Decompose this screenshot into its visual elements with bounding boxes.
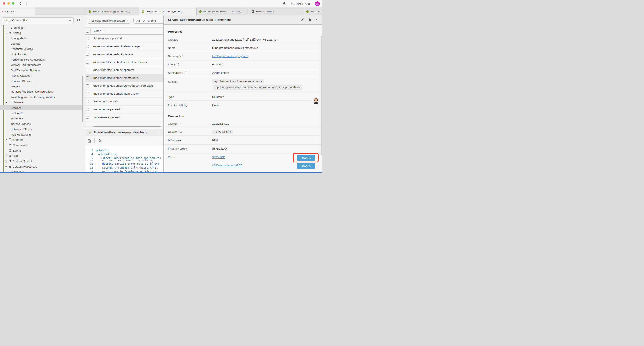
row-checkbox[interactable] xyxy=(86,61,89,63)
type-row: Type ClusterIP xyxy=(164,93,322,101)
sidebar-item-validating-webhook-configurations[interactable]: Validating Webhook Configurations xyxy=(0,94,82,100)
toolbar-divider xyxy=(94,138,95,143)
search-query[interactable]: prome xyxy=(148,19,156,22)
chevron-right-icon[interactable] xyxy=(4,138,8,141)
sidebar-item-network[interactable]: ↑↓Network xyxy=(0,100,82,105)
details-scrollbar[interactable] xyxy=(321,36,322,155)
chevron-down-icon[interactable] xyxy=(4,101,8,104)
chevron-right-icon[interactable] xyxy=(4,160,8,162)
forward-button[interactable]: Forward... xyxy=(297,163,315,169)
horizontal-scrollbar-thumb[interactable] xyxy=(93,126,161,127)
tab-pods[interactable]: Pods - icecheng@mathmas... xyxy=(86,7,139,15)
sidebar-item-resource-quotas[interactable]: Resource Quotas xyxy=(0,46,82,52)
sidebar-item-storage[interactable]: Storage xyxy=(0,137,82,142)
sidebar-item-endpoints[interactable]: Endpoints xyxy=(0,110,82,116)
sidebar-item-mutating-webhook-configurations[interactable]: Mutating Webhook Configurations xyxy=(0,89,82,94)
navigator-panel-tab[interactable]: Navigator xyxy=(0,7,35,15)
sidebar-item-pod-disruption-budgets[interactable]: Pod Disruption Budgets xyxy=(0,68,82,73)
row-checkbox[interactable] xyxy=(86,92,89,95)
sidebar-item-services[interactable]: Services xyxy=(0,105,82,110)
regex-toggle[interactable]: .* xyxy=(143,19,145,22)
row-checkbox[interactable] xyxy=(86,68,89,71)
namespace-selector[interactable]: freeleaps-monitoring-system xyxy=(87,17,130,24)
row-checkbox[interactable] xyxy=(86,76,89,79)
sidebar-item-access-control[interactable]: Access Control xyxy=(0,159,82,164)
save-icon[interactable] xyxy=(87,139,91,143)
sidebar-item-config[interactable]: ⚙Config xyxy=(0,30,82,35)
edit-pencil-icon[interactable] xyxy=(301,18,304,21)
minimize-window-button[interactable] xyxy=(8,2,10,4)
sidebar-item-horizontal-pod-autoscalers[interactable]: Horizontal Pod Autoscalers xyxy=(0,57,82,62)
line-text: Metrics service error rate is {{ $va xyxy=(102,162,159,166)
sidebar-item-label: Definitions xyxy=(10,170,24,172)
row-checkbox[interactable] xyxy=(86,108,89,111)
match-case-toggle[interactable]: Aa xyxy=(136,19,140,22)
tab-prometheus[interactable]: Prometheus Rules - icecheng... xyxy=(196,7,249,15)
row-checkbox[interactable] xyxy=(86,53,89,56)
select-all-checkbox[interactable] xyxy=(86,30,89,33)
created-row: Created 253d 16h 6m ago (2025年1月13日 GMT+… xyxy=(164,35,322,44)
tab-release[interactable]: Release Notes xyxy=(249,7,304,15)
tab-label: Services - icecheng@math... xyxy=(146,10,183,13)
sidebar-item-helm[interactable]: Helm xyxy=(0,153,82,158)
sidebar-item-cron-jobs[interactable]: Cron Jobs xyxy=(0,25,82,30)
double-chevron-up-icon xyxy=(290,2,294,5)
sidebar-item-runtime-classes[interactable]: Runtime Classes xyxy=(0,78,82,84)
port-link-8080[interactable]: 8080:reloader-web/TCP xyxy=(212,164,242,167)
horizontal-scrollbar[interactable] xyxy=(84,126,164,127)
editor-search-icon[interactable] xyxy=(98,139,102,143)
notification-count-badge[interactable]: 15 xyxy=(315,1,320,6)
kubeconfig-selector[interactable]: Local Kubeconfigs xyxy=(2,17,74,23)
tab-argo[interactable]: Argo Se xyxy=(304,7,322,15)
sidebar-item-ingresses[interactable]: Ingresses xyxy=(0,116,82,121)
sidebar-item-label: Validating Webhook Configurations xyxy=(10,95,55,99)
sidebar-item-namespaces[interactable]: Namespaces xyxy=(0,143,82,148)
cluster-ips-chip: 10.233.14.91 xyxy=(212,130,233,134)
sidebar-item-vertical-pod-autoscalers[interactable]: Vertical Pod Autoscalers xyxy=(0,62,82,68)
back-arrow-icon[interactable] xyxy=(18,1,22,6)
close-tab-icon[interactable]: × xyxy=(186,10,188,13)
expand-collapse-icon[interactable] xyxy=(184,71,186,74)
notification-bell-icon[interactable] xyxy=(282,2,286,6)
close-icon[interactable]: × xyxy=(315,18,318,22)
maximize-window-button[interactable] xyxy=(12,2,14,4)
labels-row: Labels 9 Labels xyxy=(164,60,322,69)
row-checkbox[interactable] xyxy=(86,37,89,40)
expand-collapse-icon[interactable] xyxy=(178,63,180,66)
sidebar-item-network-policies[interactable]: Network Policies xyxy=(0,126,82,132)
close-window-button[interactable] xyxy=(3,2,5,4)
sidebar-item-limit-ranges[interactable]: Limit Ranges xyxy=(0,52,82,57)
sidebar-search-icon[interactable] xyxy=(77,18,81,22)
kubernetes-icon xyxy=(306,10,309,13)
sidebar-item-secrets[interactable]: Secrets xyxy=(0,41,82,46)
sidebar-item-config-maps[interactable]: Config Maps xyxy=(0,36,82,41)
port-link-9090[interactable]: 9090/TCP xyxy=(212,155,225,159)
sidebar-item-label: Ingresses xyxy=(10,117,23,120)
avatar[interactable] xyxy=(312,97,320,104)
service-name-cell: alertmanager-operated xyxy=(93,37,122,40)
sidebar-item-port-forwarding[interactable]: Port Forwarding xyxy=(0,132,82,137)
column-header-name[interactable]: Name xyxy=(94,29,105,33)
sidebar-item-ingress-classes[interactable]: Ingress Classes xyxy=(0,121,82,126)
sidebar-item-priority-classes[interactable]: Priority Classes xyxy=(0,73,82,78)
sidebar-scrollbar[interactable] xyxy=(82,76,83,122)
delete-trash-icon[interactable] xyxy=(308,18,311,22)
chevron-right-icon[interactable] xyxy=(4,155,8,157)
row-checkbox[interactable] xyxy=(86,116,89,119)
sidebar-item-definitions[interactable]: Definitions xyxy=(0,169,82,172)
sidebar-item-custom-resources[interactable]: Custom Resources xyxy=(0,164,82,169)
chevron-down-icon[interactable] xyxy=(4,165,8,168)
sidebar-item-label: Runtime Classes xyxy=(10,79,32,83)
upgrade-button[interactable]: UPGRADE xyxy=(290,2,311,5)
navigator-sidebar: Local Kubeconfigs Cron Jobs⚙ConfigConfig… xyxy=(0,15,84,172)
chevron-down-icon[interactable] xyxy=(4,32,8,34)
row-checkbox[interactable] xyxy=(86,100,89,103)
row-checkbox[interactable] xyxy=(86,45,89,48)
row-checkbox[interactable] xyxy=(86,84,89,87)
dock-tab-prometheusrule[interactable]: PrometheusRule: freeleaps-prod-rabbitmq xyxy=(85,129,159,136)
tab-services[interactable]: Services - icecheng@math...× xyxy=(139,7,196,15)
namespace-link[interactable]: freeleaps-monitoring-system xyxy=(212,54,248,58)
forward-arrow-icon[interactable] xyxy=(24,1,28,6)
sidebar-item-leases[interactable]: Leases xyxy=(0,84,82,89)
sidebar-item-events[interactable]: Events xyxy=(0,148,82,153)
